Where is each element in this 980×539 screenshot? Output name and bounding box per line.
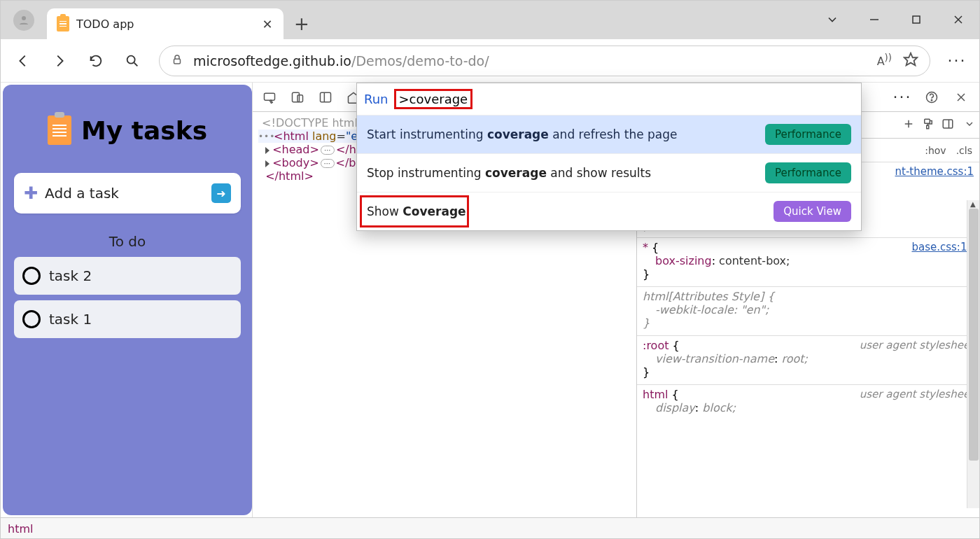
browser-tab[interactable]: TODO app ✕ [47, 8, 284, 39]
app-header: My tasks [14, 115, 241, 145]
command-category-badge: Performance [765, 124, 851, 145]
svg-rect-34 [925, 119, 930, 123]
svg-rect-35 [927, 125, 929, 129]
search-button[interactable] [117, 46, 148, 76]
svg-point-29 [931, 99, 932, 100]
section-heading: To do [14, 233, 241, 250]
command-run-label: Run [364, 92, 388, 106]
device-toggle-icon[interactable] [285, 85, 310, 110]
command-item[interactable]: Show CoverageQuick View [357, 192, 861, 230]
settings-more-icon[interactable]: ··· [890, 85, 915, 110]
svg-point-0 [22, 16, 26, 20]
svg-line-6 [134, 62, 138, 66]
favorite-icon[interactable] [903, 52, 918, 70]
plus-icon: ✚ [24, 183, 38, 203]
command-category-badge: Quick View [774, 201, 851, 222]
command-menu: Run >coverage Start instrumenting covera… [356, 83, 862, 231]
task-label: task 2 [49, 267, 92, 284]
rule-source-link[interactable]: base.css:15 [911, 241, 974, 253]
inspect-icon[interactable] [257, 85, 282, 110]
new-style-rule-icon[interactable] [902, 118, 915, 133]
command-item[interactable]: Start instrumenting coverage and refresh… [357, 115, 861, 153]
svg-rect-10 [293, 92, 300, 102]
tab-close-button[interactable]: ✕ [261, 18, 274, 30]
command-item[interactable]: Stop instrumenting coverage and show res… [357, 153, 861, 192]
cls-toggle[interactable]: .cls [956, 145, 972, 156]
window-chevron-icon[interactable] [811, 6, 853, 34]
window-controls [811, 6, 979, 34]
window-minimize-button[interactable] [853, 6, 895, 34]
css-rule[interactable]: html[Attributes Style] { -webkit-locale:… [637, 287, 979, 336]
todo-app: My tasks ✚ Add a task ➜ To do task 2task… [3, 85, 252, 515]
svg-rect-9 [265, 93, 275, 100]
svg-rect-11 [298, 94, 303, 102]
devtools-panel: </>Elements ··· Run >coverage Start inst… [252, 83, 979, 517]
task-item[interactable]: task 1 [14, 300, 241, 338]
computed-toggle-icon[interactable] [941, 118, 954, 133]
refresh-button[interactable] [80, 46, 111, 76]
add-task-input[interactable]: ✚ Add a task ➜ [14, 173, 241, 214]
svg-rect-2 [913, 16, 920, 23]
new-tab-button[interactable]: + [288, 10, 316, 38]
add-task-placeholder: Add a task [45, 185, 204, 202]
svg-point-5 [127, 55, 135, 63]
back-button[interactable] [8, 46, 38, 76]
profile-avatar[interactable] [13, 10, 34, 31]
submit-task-button[interactable]: ➜ [211, 183, 231, 203]
task-radio[interactable] [22, 310, 41, 328]
svg-rect-36 [943, 120, 953, 128]
command-query-box[interactable]: >coverage [394, 89, 473, 109]
clipboard-icon [48, 115, 71, 145]
task-radio[interactable] [22, 267, 41, 285]
css-rule[interactable]: user agent stylesheet :root { view-trans… [637, 336, 979, 385]
chevron-down-icon[interactable] [964, 118, 975, 132]
scrollbar[interactable]: ▲ [967, 200, 979, 508]
window-close-button[interactable] [937, 6, 979, 34]
browser-toolbar: microsoftedge.github.io/Demos/demo-to-do… [1, 39, 979, 83]
read-aloud-icon[interactable]: A)) [877, 52, 892, 68]
scrollbar-thumb[interactable] [969, 209, 979, 461]
paint-icon[interactable] [922, 118, 934, 133]
forward-button[interactable] [44, 46, 75, 76]
window-maximize-button[interactable] [895, 6, 937, 34]
tab-title: TODO app [76, 18, 254, 31]
dom-breadcrumb[interactable]: html [1, 517, 979, 539]
command-item-label: Start instrumenting coverage and refresh… [367, 127, 758, 141]
command-item-label: Show Coverage [367, 204, 766, 218]
hov-toggle[interactable]: :hov [925, 145, 946, 156]
menu-button[interactable]: ··· [941, 46, 972, 76]
css-rule[interactable]: user agent stylesheet html { display: bl… [637, 385, 979, 420]
lock-icon [171, 53, 183, 69]
css-rule[interactable]: base.css:15 * { box-sizing: content-box;… [637, 238, 979, 287]
svg-marker-8 [904, 52, 917, 64]
svg-rect-12 [321, 92, 331, 102]
svg-rect-7 [174, 59, 181, 64]
rule-source-link[interactable]: nt-theme.css:1 [895, 165, 974, 178]
task-item[interactable]: task 2 [14, 257, 241, 295]
command-category-badge: Performance [765, 162, 851, 183]
command-item-label: Stop instrumenting coverage and show res… [367, 166, 758, 180]
address-bar[interactable]: microsoftedge.github.io/Demos/demo-to-do… [159, 46, 930, 76]
app-title: My tasks [81, 116, 207, 145]
task-label: task 1 [49, 311, 92, 328]
tab-favicon-icon [57, 16, 69, 31]
url-text: microsoftedge.github.io/Demos/demo-to-do… [193, 53, 489, 69]
window-titlebar: TODO app ✕ + [1, 1, 979, 39]
help-icon[interactable] [919, 85, 944, 110]
panel-layout-icon[interactable] [313, 85, 338, 110]
devtools-close-button[interactable] [948, 85, 974, 110]
